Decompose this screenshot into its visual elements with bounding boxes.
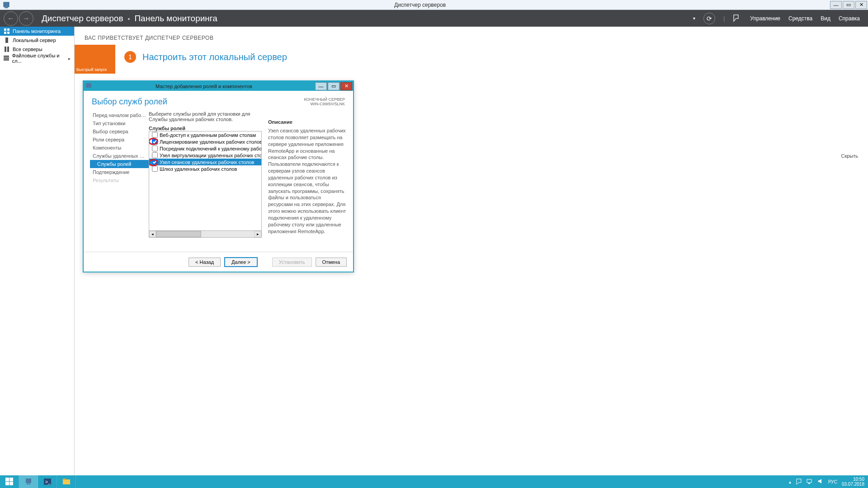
wizard-step[interactable]: Тип установки [90,119,149,127]
role-item-selected[interactable]: Узел сеансов удаленных рабочих столов [149,159,261,165]
scroll-right-button[interactable]: ▸ [255,231,261,237]
breadcrumb-page: Панель мониторинга [134,14,217,23]
dialog-footer: < Назад Далее > Установить Отмена [84,252,353,272]
description-column: Описание Узел сеансов удаленных рабочих … [268,111,347,248]
role-checkbox[interactable] [152,159,158,165]
svg-rect-24 [808,483,810,484]
wizard-steps: Перед началом работы Тип установки Выбор… [90,111,149,248]
wizard-step[interactable]: Роли сервера [90,136,149,144]
taskbar-powershell[interactable]: >_ [38,475,57,488]
role-column: Выберите службы ролей для установки для … [149,111,262,248]
back-arrow-button[interactable]: ← [4,11,18,26]
forward-arrow-button[interactable]: → [19,11,33,26]
taskbar-server-manager[interactable] [19,475,38,488]
step-row: 1 Настроить этот локальный сервер [124,51,287,63]
close-button[interactable]: ✕ [855,1,867,9]
language-indicator[interactable]: РУС [828,479,837,484]
quick-start-tile[interactable]: Быстрый запуск [75,45,115,74]
tray-sound-icon[interactable] [817,478,824,485]
dropdown-caret[interactable]: ▾ [693,16,695,21]
svg-rect-18 [27,483,30,484]
clock-date: 03.07.2018 [842,482,864,487]
menu-manage[interactable]: Управление [750,15,780,22]
minimize-button[interactable]: — [830,1,842,9]
maximize-button[interactable]: ▭ [843,1,854,9]
tray-action-center-icon[interactable] [796,478,802,485]
wizard-step-active[interactable]: Службы ролей [90,160,149,168]
scroll-left-button[interactable]: ◂ [149,231,156,237]
taskbar-explorer[interactable] [57,475,76,488]
breadcrumb-root[interactable]: Диспетчер серверов [42,14,123,23]
quick-start-label: Быстрый запуск [76,67,107,72]
sidebar-item-label: Панель мониторинга [13,28,61,34]
role-item[interactable]: Посредник подключений к удаленному рабоч… [149,145,261,152]
server-name: WIN-C99I5IVSLNK [304,102,345,106]
dialog-maximize-button[interactable]: ▭ [328,82,340,90]
separator: | [723,15,725,22]
back-button[interactable]: < Назад [189,258,221,267]
svg-rect-16 [9,482,13,485]
horizontal-scrollbar[interactable]: ◂ ▸ [149,230,261,237]
role-label: Шлюз удаленных рабочих столов [160,166,237,172]
dialog-title: Мастер добавления ролей и компонентов [93,84,315,89]
description-text: Узел сеансов удаленных рабочих столов по… [268,127,347,235]
notifications-flag-icon[interactable] [733,14,742,23]
server-info: КОНЕЧНЫЙ СЕРВЕР WIN-C99I5IVSLNK [304,97,345,106]
sidebar-item-local-server[interactable]: Локальный сервер [0,36,74,45]
dialog-minimize-button[interactable]: — [315,82,327,90]
tray-caret-icon[interactable]: ▴ [789,479,791,484]
svg-rect-23 [807,479,811,483]
role-item[interactable]: Узел виртуализации удаленных рабочих сто… [149,152,261,159]
role-checkbox[interactable] [152,152,158,158]
cancel-button[interactable]: Отмена [316,258,347,267]
refresh-icon[interactable]: ⟳ [703,13,715,24]
role-label: Узел сеансов удаленных рабочих столов [160,160,254,165]
system-tray: ▴ РУС 10:50 03.07.2018 [789,477,868,487]
instruction-text: Выберите службы ролей для установки для … [149,111,262,122]
step-number-badge: 1 [124,51,136,63]
menu-view[interactable]: Вид [821,15,830,22]
scroll-thumb[interactable] [156,231,201,237]
clock[interactable]: 10:50 03.07.2018 [842,477,864,487]
wizard-content: Выберите службы ролей для установки для … [149,111,347,248]
svg-rect-21 [63,479,70,484]
wizard-step[interactable]: Подтверждение [90,168,149,176]
svg-rect-13 [5,478,9,481]
dialog-heading: Выбор служб ролей [92,97,167,107]
svg-rect-22 [63,479,66,480]
role-checkbox[interactable] [152,132,158,138]
role-checkbox[interactable] [152,145,158,151]
role-item[interactable]: Лицензирование удаленных рабочих столов [149,138,261,145]
sidebar-item-file-services[interactable]: Файловые службы и сл... ▸ [0,54,74,63]
wizard-step[interactable]: Компоненты [90,144,149,152]
svg-rect-6 [5,38,8,43]
role-item[interactable]: Шлюз удаленных рабочих столов [149,165,261,172]
role-listbox: Веб-доступ к удаленным рабочим столам Ли… [149,131,262,238]
wizard-step[interactable]: Службы удаленных рабо... [90,152,149,160]
dialog-body: Перед началом работы Тип установки Выбор… [84,109,353,249]
next-button[interactable]: Далее > [224,257,258,267]
menu-tools[interactable]: Средства [788,15,812,22]
dialog-close-button[interactable]: ✕ [340,82,352,90]
start-button[interactable] [0,475,19,488]
svg-rect-9 [4,56,9,57]
tray-network-icon[interactable] [807,478,813,485]
role-checkbox[interactable] [152,139,158,145]
menu-help[interactable]: Справка [839,15,860,22]
role-item[interactable]: Веб-доступ к удаленным рабочим столам [149,131,261,138]
svg-text:>_: >_ [45,479,51,484]
wizard-step[interactable]: Выбор сервера [90,127,149,136]
hide-link[interactable]: Скрыть [841,153,858,159]
step-1-link[interactable]: Настроить этот локальный сервер [142,52,287,62]
sidebar-item-dashboard[interactable]: Панель мониторинга [0,27,74,36]
taskbar: >_ ▴ РУС 10:50 03.07.2018 [0,475,868,488]
scroll-track[interactable] [156,231,255,237]
wizard-step[interactable]: Перед началом работы [90,111,149,119]
role-label: Веб-доступ к удаленным рабочим столам [160,132,256,138]
sidebar-item-all-servers[interactable]: Все серверы [0,45,74,54]
dashboard-icon [4,28,10,34]
server-icon [4,37,10,43]
role-checkbox[interactable] [152,166,158,172]
main-titlebar: Диспетчер серверов — ▭ ✕ [0,0,868,10]
role-label: Лицензирование удаленных рабочих столов [160,139,262,145]
